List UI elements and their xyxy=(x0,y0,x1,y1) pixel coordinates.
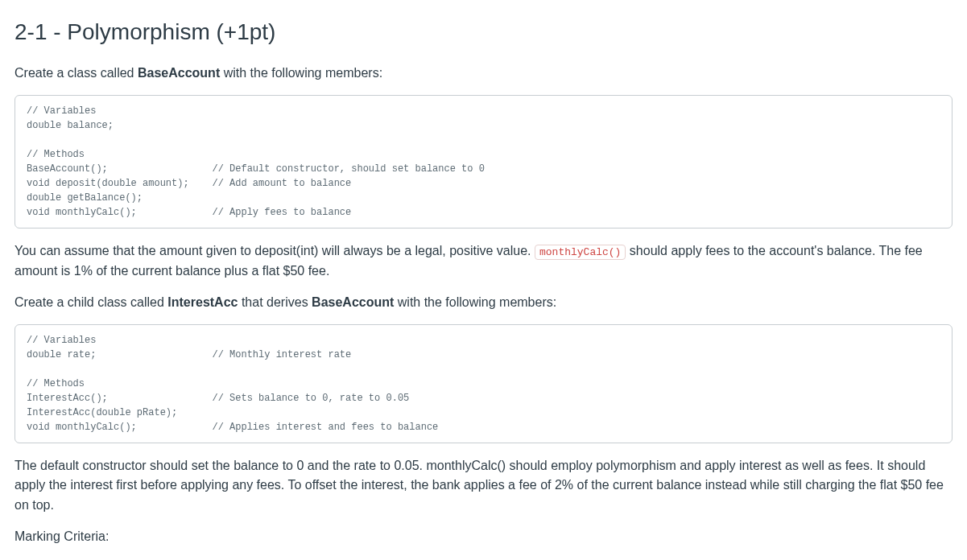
text: that derives xyxy=(238,295,312,309)
text: Create a child class called xyxy=(14,295,167,309)
criteria-label: Marking Criteria: xyxy=(14,527,953,547)
code-block-interestacc: // Variables double rate; // Monthly int… xyxy=(14,324,953,443)
class-name: InterestAcc xyxy=(167,295,238,309)
page-title: 2-1 - Polymorphism (+1pt) xyxy=(14,14,953,49)
class-name: BaseAccount xyxy=(138,66,220,80)
text: with the following members: xyxy=(220,66,382,80)
text: with the following members: xyxy=(394,295,556,309)
text: You can assume that the amount given to … xyxy=(14,244,535,257)
description-paragraph: You can assume that the amount given to … xyxy=(14,241,953,282)
inline-code: monthlyCalc() xyxy=(535,245,626,260)
class-name: BaseAccount xyxy=(312,295,394,309)
code-block-baseaccount: // Variables double balance; // Methods … xyxy=(14,95,953,229)
child-class-paragraph: Create a child class called InterestAcc … xyxy=(14,293,953,313)
intro-paragraph: Create a class called BaseAccount with t… xyxy=(14,64,953,84)
explanation-paragraph: The default constructor should set the b… xyxy=(14,456,953,516)
text: Create a class called xyxy=(14,66,138,80)
